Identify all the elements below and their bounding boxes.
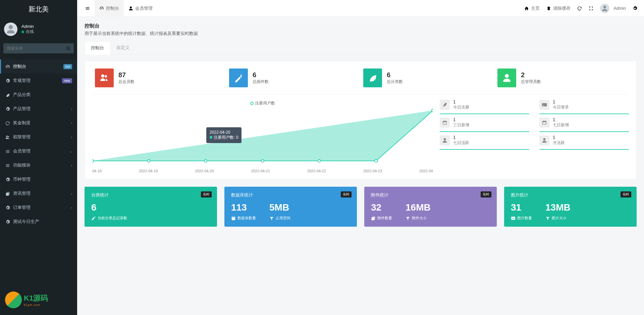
chevron-left-icon: ‹: [71, 164, 72, 167]
avatar-icon: [600, 4, 609, 13]
x-axis-label: 2022-04: [419, 169, 433, 173]
svg-point-3: [261, 160, 264, 162]
page-header: 控制台 用于展示当前系统中的统计数据、统计报表及重要实时数据: [85, 23, 637, 37]
mini-stat: 1今日注册: [440, 99, 529, 114]
sidebar-item[interactable]: 权限管理‹: [0, 130, 77, 144]
content-tab[interactable]: 控制台: [85, 41, 110, 55]
user-name: Admin: [21, 24, 34, 29]
diamond-icon: [5, 106, 10, 111]
dashboard-panel: 87总会员数6总插件数6总分类数2总管理员数 注册用户数: [85, 61, 637, 179]
menu-label: 控制台: [13, 63, 26, 70]
chevron-left-icon: ‹: [71, 135, 72, 139]
news-icon: [5, 191, 10, 196]
dashboard-icon: [5, 64, 10, 69]
stat-number: 87: [118, 71, 135, 79]
summary-panel: 分类统计实时6当前分类总记录数: [85, 187, 217, 227]
menu-label: 产品分类: [13, 92, 31, 98]
sidebar-search: [3, 43, 74, 53]
refresh-icon: [577, 6, 582, 11]
user-status: 在线: [21, 29, 34, 35]
summary-panel: 附件统计实时32附件数量16MB附件大小: [364, 187, 497, 227]
copy-icon: [371, 216, 376, 221]
leaf-icon: [363, 69, 382, 87]
x-axis-label: 2022-04-20: [195, 169, 214, 173]
legend-dot-icon: [250, 102, 254, 105]
filter-icon: [269, 216, 274, 221]
chevron-left-icon: ‹: [71, 192, 72, 195]
sidebar: 新北美 Admin 在线 控制台hot常规管理new产品分类产品管理‹奖金制度‹…: [0, 0, 77, 315]
recycle-icon: [5, 120, 10, 126]
sidebar-item[interactable]: 订单管理‹: [0, 200, 77, 215]
user-panel: Admin 在线: [0, 18, 77, 40]
stat-card: 2总管理员数: [495, 67, 629, 94]
top-tab[interactable]: 控制台: [95, 0, 124, 17]
chevron-down-icon: ⌄: [69, 149, 72, 153]
registration-chart: 注册用户数: [92, 99, 433, 173]
trash-icon: [546, 6, 551, 11]
x-axis-label: 2022-04-19: [139, 169, 158, 173]
svg-point-1: [148, 160, 150, 162]
stat-label: 总分类数: [387, 79, 403, 85]
menu-label: 产品管理: [13, 106, 31, 112]
user-avatar[interactable]: [4, 22, 17, 36]
menu-label: 币种管理: [13, 176, 31, 182]
top-tab[interactable]: 会员管理: [124, 0, 157, 17]
topbar-user[interactable]: Admin: [597, 0, 629, 17]
mini-stat: 1三日新增: [440, 117, 529, 132]
cogs-icon: [5, 78, 10, 83]
refresh-button[interactable]: [574, 0, 585, 17]
stat-number: 2: [521, 71, 541, 79]
stat-label: 总插件数: [253, 79, 269, 85]
sidebar-item[interactable]: 资讯管理‹: [0, 186, 77, 200]
realtime-badge: 实时: [341, 191, 352, 197]
home-link[interactable]: 主页: [521, 0, 543, 17]
stat-label: 总管理员数: [521, 79, 541, 85]
content-tab[interactable]: 自定义: [110, 41, 136, 54]
database-icon: [231, 216, 236, 221]
chevron-left-icon: ‹: [71, 206, 72, 210]
mini-stat: 1七日活跃: [440, 135, 529, 150]
menu-label: 资讯管理: [13, 190, 31, 196]
filter-icon: [406, 216, 410, 221]
cog-icon: [633, 6, 637, 11]
x-axis-label: 2022-04-23: [363, 169, 382, 173]
search-button[interactable]: [62, 43, 74, 53]
sidebar-item[interactable]: 功能模块‹: [0, 158, 77, 172]
sidebar-item[interactable]: 会员管理⌄: [0, 144, 77, 158]
stat-label: 总会员数: [118, 79, 135, 85]
search-input[interactable]: [3, 43, 62, 53]
circle-icon: [5, 219, 10, 224]
menu-label: 测试今日生产: [13, 219, 39, 225]
user-circle-icon: [539, 135, 549, 145]
sidebar-item[interactable]: 测试今日生产: [0, 215, 77, 229]
mini-stat: 1月活跃: [539, 135, 629, 150]
sidebar-item[interactable]: 币种管理: [0, 172, 77, 186]
sidebar-item[interactable]: 控制台hot: [0, 59, 77, 74]
bars-icon: [85, 6, 90, 11]
leaf-icon: [5, 92, 10, 97]
realtime-badge: 实时: [621, 191, 631, 197]
watermark-logo-icon: [5, 291, 22, 308]
home-icon: [524, 6, 529, 11]
magic-icon: [229, 69, 248, 87]
chevron-left-icon: ‹: [71, 121, 72, 125]
sidebar-item[interactable]: 产品分类: [0, 88, 77, 102]
sidebar-item[interactable]: 奖金制度‹: [0, 116, 77, 130]
clear-cache-button[interactable]: 清除缓存: [543, 0, 574, 17]
user-icon: [128, 6, 133, 11]
circle-icon: [5, 205, 10, 210]
settings-button[interactable]: [629, 0, 641, 17]
user-icon: [497, 69, 516, 87]
status-dot-icon: [21, 31, 24, 33]
svg-point-0: [92, 160, 94, 162]
mini-stat: 1七日新增: [539, 117, 629, 132]
chart-tooltip: 2022-04-20 注册用户数: 0: [206, 127, 241, 143]
fullscreen-button[interactable]: [585, 0, 597, 17]
toggle-sidebar-button[interactable]: [80, 0, 95, 17]
sidebar-item[interactable]: 常规管理new: [0, 74, 77, 88]
menu-label: 会员管理: [13, 148, 31, 154]
x-axis-label: 04-18: [92, 169, 102, 173]
sidebar-item[interactable]: 产品管理‹: [0, 102, 77, 116]
menu-label: 奖金制度: [13, 120, 31, 126]
mini-stat: 1今日登录: [539, 99, 629, 114]
